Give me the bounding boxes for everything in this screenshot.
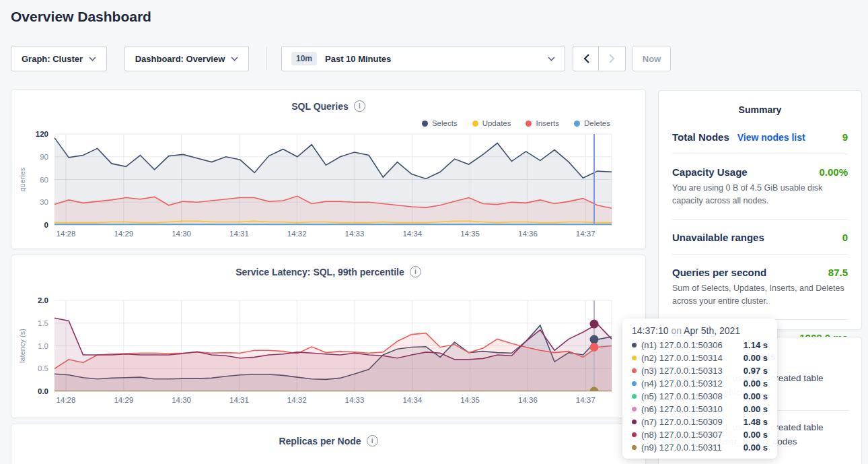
svg-text:14:30: 14:30 bbox=[172, 396, 191, 404]
tooltip-timestamp: 14:37:10 on Apr 5th, 2021 bbox=[632, 325, 768, 336]
tooltip-row: (n4) 127.0.0.1:503120.00 s bbox=[632, 377, 768, 390]
dashboard-dropdown-label: Dashboard: Overview bbox=[135, 54, 225, 64]
tooltip-row: (n9) 127.0.0.1:503110.00 s bbox=[632, 441, 768, 454]
svg-text:14:32: 14:32 bbox=[287, 230, 307, 238]
node-dot-icon bbox=[632, 420, 637, 424]
summary-subtext: Sum of Selects, Updates, Inserts, and De… bbox=[672, 282, 848, 308]
tooltip-node-label: (n2) 127.0.0.1:50314 bbox=[641, 353, 723, 363]
summary-row: Queries per second87.5 bbox=[672, 267, 848, 278]
svg-text:0.0: 0.0 bbox=[38, 387, 48, 395]
tooltip-node-label: (n3) 127.0.0.1:50313 bbox=[641, 366, 723, 376]
node-dot-icon bbox=[632, 368, 637, 373]
chart-hover-tooltip: 14:37:10 on Apr 5th, 2021 (n1) 127.0.0.1… bbox=[622, 319, 777, 459]
svg-text:14:34: 14:34 bbox=[402, 230, 422, 238]
time-range-picker[interactable]: 10m Past 10 Minutes bbox=[281, 46, 565, 71]
svg-text:90: 90 bbox=[40, 153, 48, 161]
time-range-label: Past 10 Minutes bbox=[325, 54, 391, 64]
summary-label: Queries per second bbox=[672, 267, 766, 278]
node-dot-icon bbox=[632, 381, 637, 386]
svg-text:14:29: 14:29 bbox=[114, 396, 133, 404]
summary-label: Total Nodes bbox=[672, 131, 729, 143]
node-dot-icon bbox=[632, 432, 637, 437]
svg-text:1.0: 1.0 bbox=[38, 342, 48, 350]
tooltip-row: (n2) 127.0.0.1:503140.00 s bbox=[632, 352, 768, 364]
svg-text:14:28: 14:28 bbox=[57, 396, 76, 404]
summary-label: Capacity Usage bbox=[672, 166, 748, 178]
tooltip-node-value: 0.00 s bbox=[744, 391, 768, 401]
svg-text:14:32: 14:32 bbox=[287, 396, 307, 404]
summary-panel: Summary Total NodesView nodes list9Capac… bbox=[658, 90, 862, 330]
tooltip-row: (n1) 127.0.0.1:503061.14 s bbox=[632, 339, 768, 352]
summary-row: Capacity Usage0.00% bbox=[672, 166, 848, 178]
summary-value: 0.00% bbox=[819, 166, 848, 178]
svg-text:2.0: 2.0 bbox=[38, 296, 48, 304]
tooltip-node-label: (n6) 127.0.0.1:50310 bbox=[641, 404, 723, 414]
service-latency-card: Service Latency: SQL, 99th percentile i … bbox=[11, 255, 646, 418]
summary-divider bbox=[672, 219, 848, 220]
svg-text:30: 30 bbox=[40, 198, 48, 206]
tooltip-node-label: (n1) 127.0.0.1:50306 bbox=[641, 340, 723, 350]
tooltip-node-label: (n4) 127.0.0.1:50312 bbox=[641, 378, 723, 389]
sql-queries-chart[interactable]: 030609012014:2814:2914:3014:3114:3214:33… bbox=[11, 90, 647, 244]
svg-text:14:33: 14:33 bbox=[345, 396, 365, 404]
controls-divider bbox=[266, 47, 267, 70]
chevron-down-icon bbox=[548, 57, 555, 61]
summary-label: Unavailable ranges bbox=[672, 232, 764, 243]
time-prev-button[interactable] bbox=[573, 46, 600, 71]
now-button-label: Now bbox=[643, 54, 661, 64]
overview-dashboard-page: Overview Dashboard Graph: Cluster Dashbo… bbox=[0, 0, 868, 464]
replicas-title-row: Replicas per Node i bbox=[11, 435, 645, 446]
svg-text:14:33: 14:33 bbox=[345, 230, 365, 238]
summary-value: 9 bbox=[842, 131, 848, 143]
tooltip-rows: (n1) 127.0.0.1:503061.14 s(n2) 127.0.0.1… bbox=[632, 339, 768, 454]
chevron-down-icon bbox=[89, 57, 96, 61]
now-button[interactable]: Now bbox=[632, 46, 671, 71]
svg-text:14:37: 14:37 bbox=[576, 396, 595, 404]
view-nodes-list-link[interactable]: View nodes list bbox=[737, 132, 805, 143]
svg-text:14:31: 14:31 bbox=[229, 230, 249, 238]
summary-divider bbox=[672, 254, 848, 255]
tooltip-row: (n8) 127.0.0.1:503070.00 s bbox=[632, 428, 768, 441]
node-dot-icon bbox=[632, 445, 637, 450]
tooltip-node-value: 0.00 s bbox=[744, 442, 768, 453]
tooltip-row: (n7) 127.0.0.1:503091.48 s bbox=[632, 416, 768, 428]
svg-text:14:34: 14:34 bbox=[402, 396, 422, 404]
summary-rows: Total NodesView nodes list9Capacity Usag… bbox=[659, 115, 861, 343]
tooltip-node-label: (n7) 127.0.0.1:50309 bbox=[641, 417, 723, 427]
tooltip-node-value: 0.00 s bbox=[744, 378, 768, 389]
chevron-right-icon bbox=[609, 54, 615, 63]
summary-divider bbox=[672, 154, 848, 154]
time-next-button[interactable] bbox=[598, 46, 626, 71]
dashboard-dropdown[interactable]: Dashboard: Overview bbox=[124, 46, 249, 71]
graph-dropdown[interactable]: Graph: Cluster bbox=[11, 46, 107, 71]
node-dot-icon bbox=[632, 343, 637, 347]
svg-text:latency (s): latency (s) bbox=[18, 329, 26, 363]
tooltip-node-label: (n8) 127.0.0.1:50307 bbox=[641, 430, 723, 440]
tooltip-node-value: 0.97 s bbox=[744, 366, 768, 376]
svg-text:14:37: 14:37 bbox=[576, 230, 595, 238]
svg-text:14:36: 14:36 bbox=[518, 230, 538, 238]
tooltip-node-value: 1.14 s bbox=[744, 340, 768, 350]
svg-text:14:28: 14:28 bbox=[57, 230, 76, 238]
sql-queries-card: SQL Queries i SelectsUpdatesInsertsDelet… bbox=[11, 89, 646, 249]
graph-dropdown-label: Graph: Cluster bbox=[22, 54, 83, 64]
time-range-badge: 10m bbox=[291, 52, 317, 65]
page-title: Overview Dashboard bbox=[11, 9, 151, 25]
hover-point-dot bbox=[590, 335, 599, 344]
svg-text:120: 120 bbox=[36, 130, 48, 138]
info-icon[interactable]: i bbox=[367, 435, 378, 446]
summary-value: 0 bbox=[842, 232, 848, 243]
chevron-down-icon bbox=[231, 57, 238, 61]
replicas-per-node-card: Replicas per Node i bbox=[11, 424, 646, 464]
hover-point-dot bbox=[590, 387, 599, 396]
tooltip-node-label: (n9) 127.0.0.1:50311 bbox=[641, 442, 722, 453]
svg-text:14:30: 14:30 bbox=[172, 230, 191, 238]
tooltip-node-value: 1.48 s bbox=[744, 417, 768, 427]
chevron-left-icon bbox=[583, 54, 589, 63]
svg-text:14:29: 14:29 bbox=[114, 230, 133, 238]
service-latency-chart[interactable]: 0.00.51.01.52.014:2814:2914:3014:3114:32… bbox=[11, 255, 647, 410]
summary-value: 87.5 bbox=[828, 267, 848, 278]
svg-text:60: 60 bbox=[40, 176, 48, 184]
tooltip-row: (n6) 127.0.0.1:503100.00 s bbox=[632, 403, 768, 416]
tooltip-node-value: 0.00 s bbox=[744, 430, 768, 440]
